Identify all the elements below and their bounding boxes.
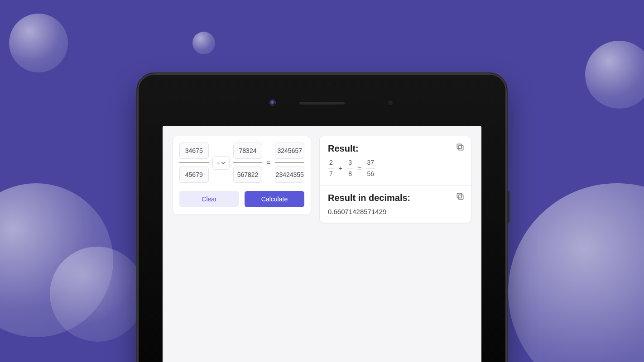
numerator: 3 (347, 158, 353, 167)
svg-rect-3 (457, 193, 461, 198)
svg-rect-0 (459, 146, 463, 150)
tablet-sensor (388, 100, 393, 105)
tablet-screen: + = Clear (163, 126, 481, 362)
denominator: 56 (366, 170, 375, 178)
tablet-frame: + = Clear (136, 72, 508, 362)
result-equals: = (357, 165, 362, 172)
decorative-bubble (585, 41, 644, 109)
result-expression: 2 7 + 3 8 = 37 (328, 158, 463, 178)
copy-decimal-button[interactable] (456, 192, 465, 201)
result-decimal-section: Result in decimals: 0.66071428571429 (320, 185, 471, 223)
operator-select[interactable]: + (212, 156, 230, 170)
calculator-card: + = Clear (173, 136, 311, 215)
decorative-bubble (192, 32, 215, 54)
svg-rect-2 (459, 195, 463, 200)
result-decimal-title: Result in decimals: (328, 193, 463, 203)
result-denominator-input[interactable] (275, 167, 304, 183)
copy-result-button[interactable] (456, 143, 465, 152)
fraction2-denominator-input[interactable] (233, 167, 263, 183)
copy-icon (456, 143, 465, 152)
fraction-bar (366, 168, 375, 168)
result-operator: + (338, 165, 343, 172)
chevron-down-icon (221, 161, 226, 165)
result-card: Result: 2 7 + 3 8 = (319, 136, 471, 223)
fraction-bar (275, 162, 304, 163)
calculate-button[interactable]: Calculate (245, 191, 304, 207)
clear-button[interactable]: Clear (179, 191, 239, 207)
denominator: 8 (347, 170, 353, 178)
decorative-bubble (9, 14, 68, 72)
decorative-bubble (50, 247, 145, 342)
equals-sign: = (266, 159, 271, 167)
tablet-camera (269, 100, 276, 106)
tablet-speaker (299, 102, 345, 105)
result-answer: 37 56 (366, 158, 375, 178)
fraction2-numerator-input[interactable] (233, 143, 263, 159)
numerator: 37 (366, 158, 375, 167)
fraction-bar (328, 168, 334, 168)
fraction-bar (233, 162, 263, 163)
result-term1: 2 7 (328, 158, 334, 178)
operator-value: + (216, 159, 220, 167)
result-title: Result: (328, 143, 463, 154)
numerator: 2 (328, 158, 334, 167)
fraction1-numerator-input[interactable] (179, 143, 209, 159)
tablet-side-button (507, 191, 509, 223)
result-fraction-section: Result: 2 7 + 3 8 = (320, 136, 471, 185)
copy-icon (456, 192, 465, 201)
fraction-1 (179, 143, 209, 183)
fraction-2 (233, 143, 263, 183)
result-term2: 3 8 (347, 158, 353, 178)
svg-rect-1 (457, 144, 461, 148)
result-numerator-input[interactable] (275, 143, 304, 159)
fraction-bar (347, 168, 353, 168)
fraction-bar (179, 162, 209, 163)
fraction-result (275, 143, 304, 183)
denominator: 7 (328, 170, 334, 178)
fraction1-denominator-input[interactable] (179, 167, 209, 183)
decorative-bubble (508, 183, 644, 362)
result-decimal-value: 0.66071428571429 (328, 208, 463, 215)
